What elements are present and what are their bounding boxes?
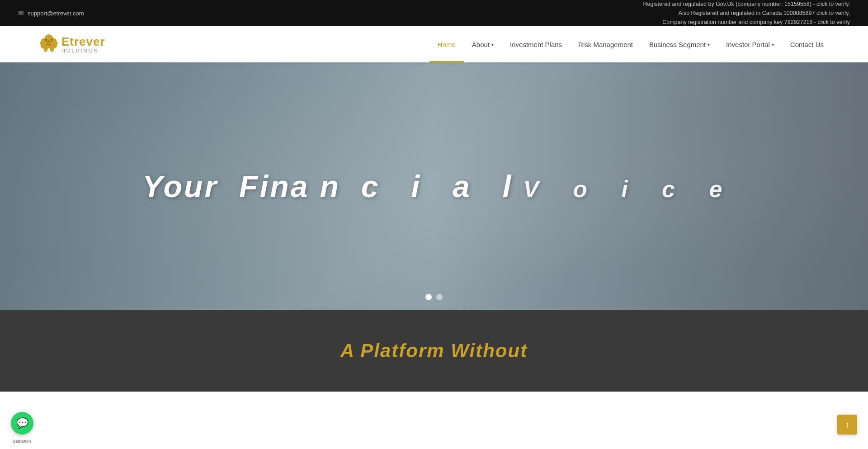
nav-risk-management[interactable]: Risk Management [570, 26, 641, 62]
nav-investor-portal[interactable]: Investor Portal ▾ [718, 26, 782, 62]
reg-line-3: Company registration number and company … [643, 18, 850, 27]
business-chevron-icon: ▾ [708, 42, 710, 47]
svg-point-1 [51, 39, 52, 41]
hero-line-1: Your Fina n c i a l [142, 166, 513, 206]
nav-risk-label: Risk Management [578, 41, 633, 48]
nav-about-label: About [472, 41, 490, 48]
nav-contact-us[interactable]: Contact Us [782, 26, 832, 62]
slider-dot-1[interactable] [425, 294, 432, 300]
nav-investment-plans[interactable]: Investment Plans [502, 26, 570, 62]
reg-line-2: Also Registered and regulated in Canada … [643, 9, 850, 18]
nav-home[interactable]: Home [429, 26, 464, 62]
email-text: support@etrever.com [28, 10, 84, 17]
main-nav: Home About ▾ Investment Plans Risk Manag… [429, 26, 832, 62]
logo-icon [36, 32, 61, 57]
below-hero-title: A Platform Without [340, 340, 528, 362]
scroll-to-top-button[interactable]: ↑ [837, 415, 857, 435]
nav-business-label: Business Segment [649, 41, 706, 48]
top-bar: ✉ support@etrever.com Registered and reg… [0, 0, 868, 26]
hero-line-2: V o i c e [523, 174, 726, 205]
about-chevron-icon: ▾ [491, 42, 494, 47]
header: Etrever Holdings Home About ▾ Investment… [0, 26, 868, 62]
top-bar-reg-info[interactable]: Registered and regulated by Gov.Uk (comp… [643, 0, 850, 27]
nav-contact-label: Contact Us [790, 41, 824, 48]
nav-business-segment[interactable]: Business Segment ▾ [641, 26, 718, 62]
nav-investment-label: Investment Plans [510, 41, 562, 48]
mail-icon: ✉ [18, 9, 24, 17]
nav-home-label: Home [438, 41, 456, 48]
top-bar-email[interactable]: ✉ support@etrever.com [18, 9, 84, 17]
whatsapp-icon: 💬 [16, 417, 28, 429]
logo-text: Etrever Holdings [61, 35, 105, 54]
logo-name: Etrever [61, 35, 105, 48]
logo-sub: Holdings [61, 48, 105, 53]
slider-dot-2[interactable] [436, 294, 443, 300]
slider-dots [425, 294, 443, 300]
investor-chevron-icon: ▾ [772, 42, 774, 47]
reg-line-1: Registered and regulated by Gov.Uk (comp… [643, 0, 850, 9]
nav-investor-label: Investor Portal [726, 41, 770, 48]
below-hero-section: A Platform Without [0, 310, 868, 392]
whatsapp-label: GetButton [5, 439, 39, 444]
hero-animated-text: Your Fina n c i a l V o i c e [0, 166, 868, 206]
whatsapp-button[interactable]: 💬 [11, 412, 33, 435]
logo[interactable]: Etrever Holdings [36, 32, 105, 57]
chevron-up-icon: ↑ [845, 420, 849, 430]
svg-point-0 [45, 39, 47, 41]
hero-section: Your Fina n c i a l V o i c e [0, 62, 868, 310]
nav-about[interactable]: About ▾ [464, 26, 502, 62]
hero-content: Your Fina n c i a l V o i c e [0, 166, 868, 206]
